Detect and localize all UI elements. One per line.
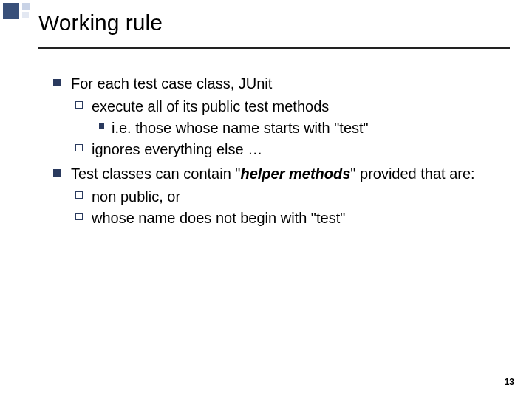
bullet-text: non public, or — [92, 187, 488, 207]
bullet-level2: ignores everything else … — [75, 140, 488, 160]
bullet-text: whose name does not begin with "test" — [92, 208, 488, 228]
bullet-level2: whose name does not begin with "test" — [75, 208, 488, 228]
deco-square-small-2 — [22, 12, 29, 18]
square-bullet-icon — [53, 79, 61, 86]
title-underline — [38, 47, 510, 49]
bullet-level1: For each test case class, JUnit — [53, 74, 488, 94]
bullet-level2: execute all of its public test methods — [75, 97, 488, 117]
bullet-text-emph: helper methods — [240, 166, 350, 182]
bullet-level2: non public, or — [75, 187, 488, 207]
bullet-text: i.e. those whose name starts with "test" — [112, 118, 488, 138]
bullet-text: For each test case class, JUnit — [71, 74, 488, 94]
square-bullet-icon — [53, 169, 61, 177]
hollow-square-bullet-icon — [75, 191, 83, 199]
bullet-level1: Test classes can contain "helper methods… — [53, 164, 488, 184]
hollow-square-bullet-icon — [75, 213, 83, 220]
bullet-text-part: Test classes can contain " — [71, 166, 240, 182]
deco-square-large — [3, 3, 19, 19]
hollow-square-bullet-icon — [75, 101, 83, 109]
deco-square-small-1 — [22, 3, 30, 10]
bullet-text: execute all of its public test methods — [92, 97, 488, 117]
bullet-level3: i.e. those whose name starts with "test" — [99, 118, 488, 138]
corner-decoration — [0, 0, 38, 27]
bullet-text-quote: "test" — [334, 120, 368, 136]
bullet-text: ignores everything else … — [92, 140, 488, 160]
slide-body: For each test case class, JUnit execute … — [53, 74, 488, 230]
slide-title: Working rule — [38, 10, 510, 43]
small-square-bullet-icon — [99, 123, 104, 129]
hollow-square-bullet-icon — [75, 144, 83, 151]
page-number: 13 — [505, 377, 514, 387]
bullet-text-part: i.e. those whose name starts with — [112, 120, 334, 136]
title-area: Working rule — [38, 10, 510, 49]
bullet-text-part: " provided that are: — [350, 166, 474, 182]
bullet-text: Test classes can contain "helper methods… — [71, 164, 488, 184]
